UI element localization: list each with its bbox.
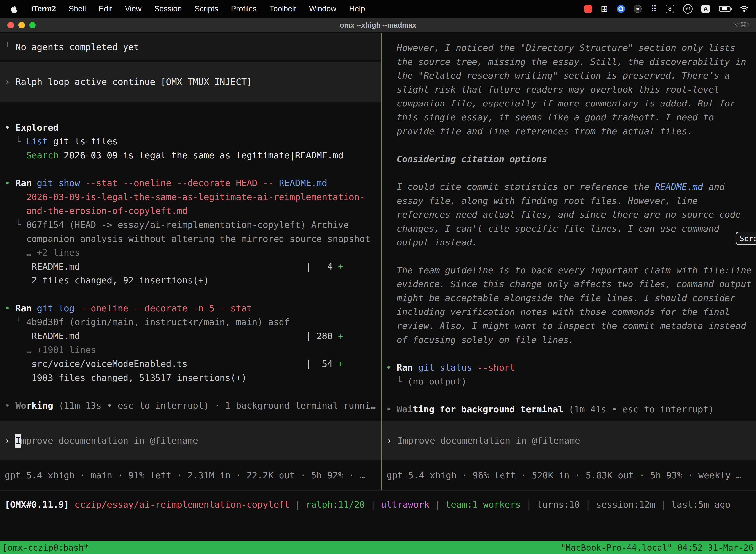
keystroke-icon[interactable]: 8 [666, 5, 674, 13]
terminal-line: • Working (11m 13s • esc to interrupt) ·… [5, 399, 381, 412]
terminal-line: this single essay, it seems like a good … [386, 110, 756, 124]
ralph-loop-banner: › Ralph loop active continue [OMX_TMUX_I… [0, 62, 381, 102]
terminal-line: provide file and line references from th… [386, 124, 756, 138]
terminal-line: ​ [386, 138, 756, 152]
terminal-line: • Ran git status --short [386, 361, 756, 375]
menu-item-edit[interactable]: Edit [99, 4, 112, 13]
menu-item-window[interactable]: Window [309, 4, 336, 13]
terminal-line: ​ [386, 347, 756, 361]
terminal-line: the "Related research writing" section i… [386, 69, 756, 82]
terminal-line: companion analysis without altering the … [5, 232, 381, 246]
terminal-line: README.md | 280 + [5, 329, 381, 343]
zoom-button[interactable] [29, 22, 36, 28]
terminal-line: • Waiting for background terminal (1m 41… [386, 402, 756, 416]
terminal-line: might be acceptable alongside the file l… [386, 291, 756, 305]
terminal-line: and-the-erosion-of-copyleft.md [5, 204, 381, 218]
terminal-line: output instead. [386, 235, 756, 250]
terminal-line: review. Also, I might want to inspect th… [386, 319, 756, 333]
terminal-line: including verification notes with those … [386, 305, 756, 319]
terminal-line: └ 4b9d30f (origin/main, instructkr/main,… [5, 315, 381, 329]
tmux-session-window: [omx-cczip0:bash* [2, 543, 89, 553]
battery-icon[interactable] [719, 6, 731, 12]
terminal-line: └ List git ls-files [5, 134, 381, 149]
left-transcript: • Explored └ List git ls-files Search 20… [0, 102, 381, 412]
menu-item-scripts[interactable]: Scripts [195, 4, 218, 13]
terminal-line: └ 067f154 (HEAD -> essay/ai-reimplementa… [5, 218, 381, 232]
terminal-line: └ (no output) [386, 375, 756, 388]
terminal-line: references need actual files, and since … [386, 208, 756, 222]
apple-icon[interactable] [11, 5, 17, 13]
left-pane: └ No agents completed yet › Ralph loop a… [0, 33, 381, 490]
docker-icon[interactable] [617, 5, 625, 13]
terminal-line: the source tree, missing the essay. Stil… [386, 55, 756, 69]
terminal-line: ​ [5, 385, 381, 399]
terminal-line: 1903 files changed, 513517 insertions(+) [5, 371, 381, 385]
terminal-panes: └ No agents completed yet › Ralph loop a… [0, 33, 756, 490]
left-scrollback: └ No agents completed yet › Ralph loop a… [0, 33, 381, 421]
right-pane: However, I noticed the "Directory Struct… [382, 33, 756, 490]
terminal-line: Considering citation options [386, 152, 756, 166]
app-status-icon[interactable] [634, 5, 642, 13]
window-title: omx --xhigh --madmax [0, 21, 756, 29]
terminal-line: 2 files changed, 92 insertions(+) [5, 274, 381, 287]
window-manager-icon[interactable]: ⊞ [601, 5, 608, 13]
tmux-status-bar: [omx-cczip0:bash* "MacBook-Pro-44.local"… [0, 541, 756, 554]
right-status-line: gpt-5.4 xhigh · 96% left · 520K in · 5.8… [382, 460, 756, 490]
menu-item-help[interactable]: Help [349, 4, 365, 13]
minimize-button[interactable] [18, 22, 25, 28]
right-scrollback: However, I noticed the "Directory Struct… [382, 33, 756, 421]
terminal-line: ​ [386, 388, 756, 402]
terminal-line: However, I noticed the "Directory Struct… [386, 41, 756, 55]
terminal-line: … +1901 lines [5, 343, 381, 357]
terminal-line: • Ran git log --oneline --decorate -n 5 … [5, 301, 381, 315]
terminal-line: ​ [386, 166, 756, 180]
terminal-line: ​ [5, 287, 381, 301]
menu-items: iTerm2ShellEditViewSessionScriptsProfile… [31, 4, 365, 13]
terminal-line: essay file, along with finding root file… [386, 194, 756, 208]
right-transcript: However, I noticed the "Directory Struct… [382, 33, 756, 416]
terminal-line: README.md | 4 + [5, 260, 381, 274]
window-shortcut: ⌥⌘1 [733, 21, 756, 29]
screen-recording-icon[interactable] [584, 5, 592, 13]
menu-bar: iTerm2ShellEditViewSessionScriptsProfile… [0, 0, 756, 18]
screen-edge-tooltip[interactable]: Scre [736, 232, 756, 245]
agents-status-box: └ No agents completed yet [0, 33, 381, 60]
terminal-line: companion file, especially if more comme… [386, 97, 756, 110]
omx-status-bar: [OMX#0.11.9] cczip/essay/ai-reimplementa… [0, 490, 756, 541]
title-bar: omx --xhigh --madmax ⌥⌘1 [0, 18, 756, 33]
terminal-line: ​ [386, 250, 756, 263]
terminal-line: changes, I can't cite specific file line… [386, 222, 756, 235]
launcher-grid-icon[interactable]: ⠿ [650, 5, 657, 13]
menu-item-iterm2[interactable]: iTerm2 [31, 4, 56, 13]
terminal-line: of focusing solely on file lines. [386, 333, 756, 347]
left-prompt-input[interactable]: › Improve documentation in @filename [0, 421, 381, 460]
input-source-icon[interactable]: A [701, 5, 710, 13]
close-button[interactable] [7, 22, 14, 28]
terminal-line: The team guideline is to back every impo… [386, 263, 756, 277]
terminal-line: • Explored [5, 121, 381, 134]
right-prompt-input[interactable]: › Improve documentation in @filename [382, 421, 756, 460]
traffic-lights [0, 22, 36, 28]
battery-fill [722, 7, 728, 10]
terminal-line: • Ran git show --stat --oneline --decora… [5, 176, 381, 190]
menu-status-icons: ⊞ ⠿ 8 .61 A [584, 4, 749, 14]
menu-item-session[interactable]: Session [154, 4, 182, 13]
terminal-line: I could cite commit statistics or refere… [386, 180, 756, 194]
terminal-line: Search 2026-03-09-is-legal-the-same-as-l… [5, 149, 381, 162]
menu-item-toolbelt[interactable]: Toolbelt [270, 4, 296, 13]
terminal-line: slight risk that future readers may over… [386, 82, 756, 97]
menu-item-profiles[interactable]: Profiles [231, 4, 256, 13]
terminal-line: … +2 lines [5, 246, 381, 260]
wifi-icon[interactable] [740, 5, 749, 12]
menu-item-view[interactable]: View [125, 4, 142, 13]
menu-item-shell[interactable]: Shell [69, 4, 86, 13]
left-status-line: gpt-5.4 xhigh · main · 91% left · 2.31M … [0, 460, 381, 490]
screen: { "menu_bar": { "items": ["iTerm2", "She… [0, 0, 756, 554]
terminal-line: 2026-03-09-is-legal-the-same-as-legitima… [5, 190, 381, 204]
terminal-line: evidence. Since this change only affects… [386, 277, 756, 291]
tmux-host-time: "MacBook-Pro-44.local" 04:52 31-Mar-26 [561, 543, 754, 553]
menu-left: iTerm2ShellEditViewSessionScriptsProfile… [11, 4, 365, 13]
terminal-line: ​ [5, 162, 381, 176]
battery-percent-icon[interactable]: .61 [683, 4, 693, 14]
terminal-line: src/voice/voiceModeEnabled.ts | 54 + [5, 357, 381, 371]
